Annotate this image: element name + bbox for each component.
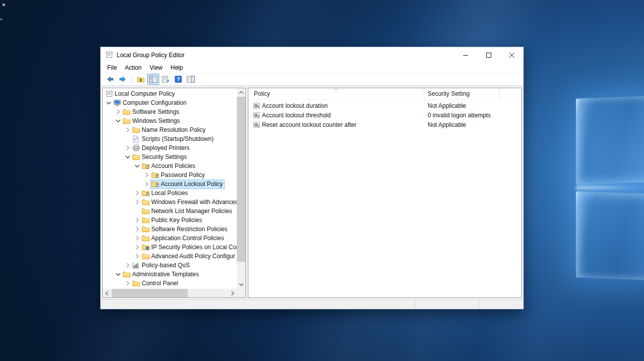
tree-item-core[interactable]: Administrative Templates [122,270,200,279]
tree-item-core[interactable]: IP Security Policies on Local Con [141,243,237,252]
chevron-right-icon[interactable] [144,172,151,178]
tree-item-core[interactable]: Windows Settings [122,117,181,125]
tree-item-core[interactable]: Software Settings [122,108,181,116]
tree-item[interactable]: Windows Settings [103,116,237,125]
tree-item[interactable]: Local Computer Policy [103,89,237,98]
tree-item-core[interactable]: Account Policies [141,162,197,170]
tree-item-core[interactable]: Application Control Policies [141,234,225,243]
close-button[interactable] [500,47,523,63]
chevron-down-icon[interactable] [115,118,122,124]
tree-item[interactable]: Advanced Audit Policy Configur [103,252,237,261]
tree-item-label: Security Settings [141,153,187,160]
wallpaper-sparkle [0,18,3,21]
folder-icon [132,126,141,133]
menu-file[interactable]: File [103,63,121,72]
chevron-down-icon[interactable] [125,154,132,160]
script-icon [132,135,141,143]
tree-item[interactable]: Windows Firewall with Advanced [103,198,237,207]
forward-arrow-icon [118,75,127,83]
chevron-right-icon[interactable] [125,280,132,286]
scroll-track[interactable] [237,97,245,280]
tree-item[interactable]: Name Resolution Policy [103,125,237,134]
chevron-right-icon[interactable] [134,190,141,196]
maximize-button[interactable] [477,47,500,63]
tree-vertical-scrollbar[interactable] [237,88,245,289]
tree-item-core[interactable]: Deployed Printers [132,144,191,152]
up-one-level-button[interactable] [135,74,147,85]
tree-item-core[interactable]: Windows Firewall with Advanced [141,198,237,207]
minimize-button[interactable] [454,47,477,63]
table-row[interactable]: Reset account lockout counter afterNot A… [248,120,521,129]
tree-item[interactable]: Computer Configuration [103,98,237,107]
menu-view[interactable]: View [146,63,167,72]
scroll-up-button[interactable] [237,88,245,97]
chevron-down-icon[interactable] [134,163,141,169]
chevron-down-icon[interactable] [106,100,113,106]
chevron-right-icon[interactable] [134,199,141,205]
chevron-right-icon[interactable] [134,244,141,250]
scroll-thumb[interactable] [237,97,245,262]
tree-item[interactable]: Administrative Templates [103,270,237,279]
column-header-policy[interactable]: Policy [248,88,424,99]
scroll-track[interactable] [111,289,228,297]
scroll-right-button[interactable] [228,289,237,297]
tree-item[interactable]: Network List Manager Policies [103,207,237,216]
sort-ascending-icon [334,89,338,91]
menu-action[interactable]: Action [121,63,145,72]
chevron-right-icon[interactable] [125,262,132,268]
tree-item[interactable]: Security Settings [103,152,237,161]
tree-item[interactable]: Software Settings [103,107,237,116]
tree-item[interactable]: Public Key Policies [103,216,237,225]
tree-item-core[interactable]: Control Panel [132,279,180,288]
tree-item-core[interactable]: Network List Manager Policies [141,207,233,216]
tree-horizontal-scrollbar[interactable] [103,289,237,297]
chevron-right-icon[interactable] [144,181,151,187]
tree-item-core[interactable]: Software Restriction Policies [141,225,229,234]
folder-icon [123,271,132,278]
chevron-right-icon[interactable] [134,235,141,241]
forward-button[interactable] [117,74,129,85]
tree-item-core[interactable]: Name Resolution Policy [132,126,207,134]
tree-item[interactable]: Control Panel [103,279,237,288]
chevron-right-icon[interactable] [125,127,132,133]
tree-item[interactable]: Deployed Printers [103,143,237,152]
tree-item[interactable]: Password Policy [103,170,237,179]
tree-item-core[interactable]: Advanced Audit Policy Configur [141,252,236,261]
tree-item[interactable]: Software Restriction Policies [103,225,237,234]
table-row[interactable]: Account lockout durationNot Applicable [248,101,521,110]
tree-item[interactable]: Application Control Policies [103,234,237,243]
tree-item-core[interactable]: Security Settings [132,153,188,161]
chevron-down-icon[interactable] [115,271,122,277]
show-hide-action-pane-button[interactable] [185,74,197,85]
titlebar[interactable]: Local Group Policy Editor [101,47,523,63]
tree-item-core[interactable]: Local Policies [141,189,189,198]
menu-help[interactable]: Help [167,63,187,72]
tree-item-core[interactable]: Policy-based QoS [132,261,191,270]
chevron-right-icon[interactable] [134,253,141,259]
chevron-right-icon[interactable] [134,226,141,232]
tree-item-core[interactable]: Scripts (Startup/Shutdown) [132,135,215,143]
tree-item[interactable]: Policy-based QoS [103,261,237,270]
export-list-button[interactable] [160,74,172,85]
column-header-security-setting[interactable]: Security Setting [424,88,500,99]
tree-item-core[interactable]: Password Policy [151,171,206,179]
chevron-right-icon[interactable] [134,217,141,223]
tree-item[interactable]: Local Policies [103,189,237,198]
tree-item[interactable]: Account Policies [103,161,237,170]
table-row[interactable]: Account lockout threshold0 invalid logon… [248,110,521,120]
scroll-thumb[interactable] [112,289,188,297]
scroll-down-button[interactable] [237,280,245,289]
chevron-right-icon[interactable] [115,109,122,115]
tree-item-core[interactable]: Local Computer Policy [105,90,176,98]
help-button[interactable]: ? [172,74,184,85]
back-button[interactable] [104,74,116,85]
tree-item[interactable]: IP Security Policies on Local Con [103,243,237,252]
chevron-right-icon[interactable] [125,145,132,151]
scroll-left-button[interactable] [103,289,111,297]
tree-item[interactable]: Account Lockout Policy [103,179,237,189]
tree-item-core[interactable]: Public Key Policies [141,216,203,225]
tree-item-selected[interactable]: Account Lockout Policy [151,180,224,189]
show-hide-console-tree-button[interactable] [147,74,159,85]
tree-item[interactable]: Scripts (Startup/Shutdown) [103,134,237,143]
tree-item-core[interactable]: Computer Configuration [113,99,188,107]
